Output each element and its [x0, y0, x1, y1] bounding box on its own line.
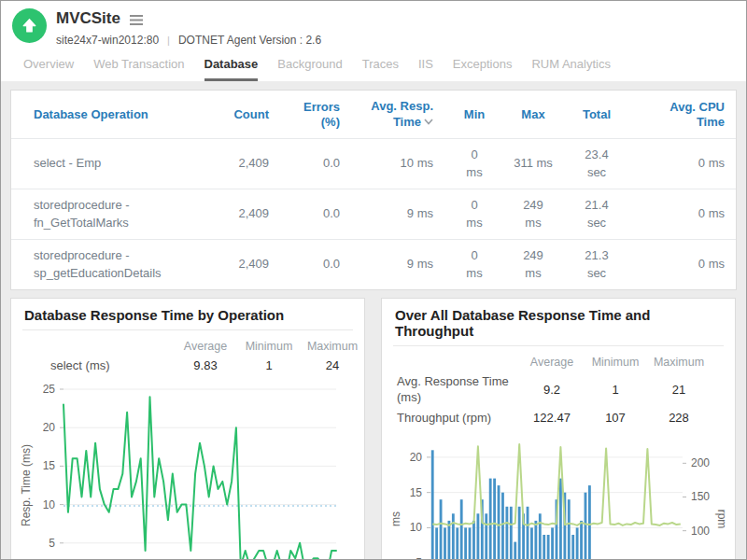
- total-cell: 23.4 sec: [562, 138, 631, 189]
- page-title: MVCSite: [56, 9, 120, 28]
- database-operations-card: Database Operation Count Errors (%) Avg.…: [10, 90, 737, 290]
- overall-response-throughput-panel: Over All Database Response Time and Thro…: [381, 298, 736, 560]
- errors-cell: 0.0: [280, 138, 351, 189]
- errors-cell: 0.0: [280, 239, 351, 289]
- stats-row: select (ms) 9.83 1 24: [50, 356, 364, 376]
- stats-header-average: Average: [174, 337, 237, 356]
- min-cell: 0 ms: [444, 189, 504, 239]
- monitor-status-icon: [12, 8, 47, 43]
- stats-label: Avg. Response Time (ms): [397, 371, 520, 408]
- up-arrow-icon: [21, 18, 37, 34]
- svg-text:20: 20: [43, 421, 56, 434]
- count-cell: 2,409: [222, 239, 280, 289]
- tab-traces[interactable]: Traces: [362, 57, 399, 81]
- column-header-avg-cpu-time[interactable]: Avg. CPU Time: [631, 91, 736, 138]
- header-divider: |: [167, 35, 170, 46]
- tab-database[interactable]: Database: [204, 57, 259, 81]
- avg-cpu-cell: 0 ms: [631, 138, 736, 189]
- column-header-min[interactable]: Min: [444, 91, 504, 138]
- svg-text:5: 5: [416, 556, 422, 560]
- max-cell: 311 ms: [504, 138, 562, 189]
- max-cell: 249 ms: [504, 189, 562, 239]
- operation-stats-table: Average Minimum Maximum select (ms) 9.83…: [50, 337, 364, 376]
- stats-header-maximum: Maximum: [301, 337, 364, 356]
- database-operations-table: Database Operation Count Errors (%) Avg.…: [11, 91, 736, 289]
- column-header-total[interactable]: Total: [562, 91, 631, 138]
- column-header-count[interactable]: Count: [222, 91, 280, 138]
- count-cell: 2,409: [222, 189, 280, 239]
- column-header-avg-resp-time[interactable]: Avg. Resp. Time: [351, 91, 444, 138]
- stats-header-minimum: Minimum: [237, 337, 301, 356]
- avg-cpu-cell: 0 ms: [631, 189, 736, 239]
- svg-text:15: 15: [43, 459, 56, 472]
- svg-text:20: 20: [410, 451, 423, 464]
- column-header-max[interactable]: Max: [504, 91, 562, 138]
- svg-text:15: 15: [410, 486, 423, 499]
- panel-title: Over All Database Response Time and Thro…: [393, 299, 724, 346]
- svg-text:10: 10: [43, 498, 56, 511]
- table-row[interactable]: storedprocedure - fn_GetTotalMarks 2,409…: [11, 189, 736, 239]
- response-throughput-combo-chart: 0510152005010015020014:2614:4114:5615:11…: [382, 430, 735, 560]
- svg-text:200: 200: [691, 456, 710, 469]
- errors-cell: 0.0: [280, 189, 351, 239]
- avg-resp-cell: 10 ms: [351, 138, 444, 189]
- tab-web-transaction[interactable]: Web Transaction: [93, 57, 184, 81]
- panel-title: Database Response Time by Operation: [22, 299, 353, 330]
- overall-stats-table: Average Minimum Maximum Avg. Response Ti…: [397, 353, 711, 428]
- total-cell: 21.4 sec: [562, 189, 631, 239]
- max-cell: 249 ms: [504, 239, 562, 289]
- content-area: Database Operation Count Errors (%) Avg.…: [1, 81, 746, 560]
- hamburger-menu-icon[interactable]: [129, 12, 144, 26]
- response-time-by-operation-panel: Database Response Time by Operation Aver…: [10, 298, 365, 560]
- table-row[interactable]: storedprocedure - sp_getEducationDetails…: [11, 239, 736, 289]
- response-time-line-chart: 051015202514:2614:3614:4614:5615:0615:16…: [11, 378, 364, 560]
- stats-header-minimum: Minimum: [584, 353, 647, 371]
- tab-bar: Overview Web Transaction Database Backgr…: [12, 47, 735, 81]
- operation-cell: storedprocedure - fn_GetTotalMarks: [11, 189, 222, 239]
- avg-cpu-cell: 0 ms: [631, 239, 736, 289]
- stats-row: Throughput (rpm) 122.47 107 228: [397, 408, 711, 428]
- agent-version-label: DOTNET Agent Version : 2.6: [178, 34, 321, 47]
- svg-text:150: 150: [691, 491, 710, 504]
- svg-text:100: 100: [691, 525, 710, 538]
- tab-overview[interactable]: Overview: [23, 57, 74, 81]
- table-row[interactable]: select - Emp 2,409 0.0 10 ms 0 ms 311 ms…: [11, 138, 736, 189]
- tab-iis[interactable]: IIS: [418, 57, 433, 81]
- column-header-errors[interactable]: Errors (%): [280, 91, 351, 138]
- avg-resp-cell: 9 ms: [351, 189, 444, 239]
- min-cell: 0 ms: [444, 239, 504, 289]
- stats-label: select (ms): [50, 356, 174, 376]
- stats-header-average: Average: [520, 353, 584, 371]
- count-cell: 2,409: [222, 138, 280, 189]
- host-label: site24x7-win2012:80: [56, 34, 159, 47]
- svg-text:rpm: rpm: [715, 510, 726, 529]
- tab-rum-analytics[interactable]: RUM Analytics: [531, 57, 611, 81]
- stats-label: Throughput (rpm): [397, 408, 520, 428]
- svg-text:Resp. Time (ms): Resp. Time (ms): [20, 444, 33, 526]
- avg-resp-cell: 9 ms: [351, 239, 444, 289]
- svg-text:25: 25: [43, 383, 56, 396]
- svg-text:5: 5: [49, 537, 55, 550]
- operation-cell: storedprocedure - sp_getEducationDetails: [11, 239, 222, 289]
- tab-exceptions[interactable]: Exceptions: [453, 57, 513, 81]
- stats-row: Avg. Response Time (ms) 9.2 1 21: [397, 371, 711, 408]
- sort-descending-icon: [424, 114, 433, 129]
- svg-text:10: 10: [410, 522, 423, 535]
- total-cell: 21.3 sec: [562, 239, 631, 289]
- column-header-database-operation[interactable]: Database Operation: [11, 91, 222, 138]
- min-cell: 0 ms: [444, 138, 504, 189]
- tab-background[interactable]: Background: [277, 57, 342, 81]
- operation-cell: select - Emp: [11, 138, 222, 189]
- app-header: MVCSite site24x7-win2012:80 | DOTNET Age…: [1, 1, 746, 81]
- svg-text:ms: ms: [389, 511, 402, 526]
- stats-header-maximum: Maximum: [647, 353, 711, 371]
